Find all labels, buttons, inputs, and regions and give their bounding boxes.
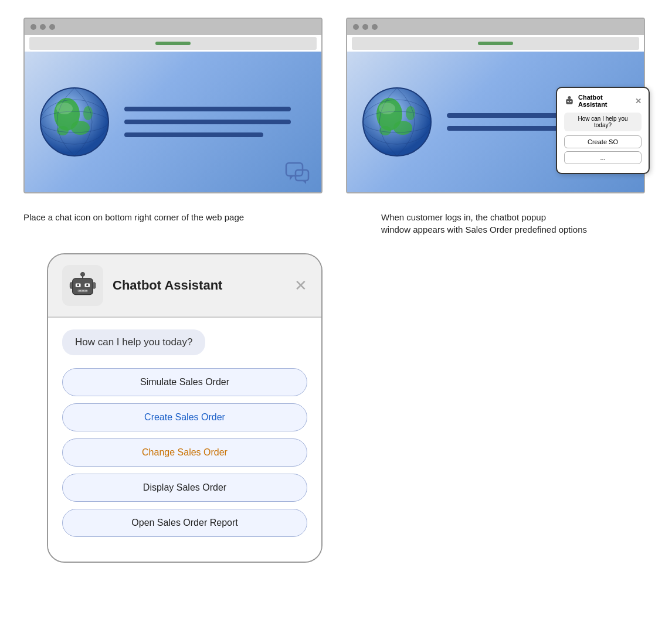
popup-small-more-button[interactable]: ... — [564, 151, 642, 164]
caption-left: Place a chat icon on bottom right corner… — [23, 211, 323, 236]
large-chatbot-section: Chatbot Assistant ✕ How can I help you t… — [0, 247, 672, 580]
content-line — [124, 120, 291, 124]
svg-rect-37 — [70, 283, 72, 288]
browser-content-left — [25, 52, 321, 192]
svg-point-31 — [86, 284, 88, 286]
change-sales-order-button[interactable]: Change Sales Order — [62, 438, 307, 467]
robot-svg-large — [67, 270, 98, 301]
content-lines-left — [124, 107, 310, 137]
svg-rect-21 — [566, 99, 573, 104]
globe-icon-left — [36, 84, 113, 160]
right-browser-mockup: Chatbot Assistant ✕ How can I help you t… — [346, 18, 645, 193]
chatbot-panel-header: Chatbot Assistant ✕ — [48, 254, 321, 318]
svg-rect-38 — [93, 283, 95, 288]
chatbot-greeting-bubble: How can I help you today? — [62, 329, 205, 355]
svg-point-15 — [379, 126, 391, 135]
svg-rect-22 — [567, 101, 569, 102]
addressbar-inner — [155, 42, 191, 45]
left-browser-mockup — [23, 18, 323, 193]
browser-dot — [49, 24, 55, 30]
svg-rect-33 — [79, 290, 81, 291]
chatbot-panel-large: Chatbot Assistant ✕ How can I help you t… — [47, 253, 323, 563]
chat-icon[interactable] — [285, 162, 311, 184]
svg-rect-35 — [85, 290, 87, 291]
svg-rect-24 — [568, 103, 571, 103]
content-line — [124, 107, 291, 111]
create-sales-order-button[interactable]: Create Sales Order — [62, 403, 307, 431]
browser-titlebar-left — [25, 19, 321, 35]
simulate-sales-order-button[interactable]: Simulate Sales Order — [62, 368, 307, 396]
chatbot-popup-small-header: Chatbot Assistant ✕ — [564, 94, 642, 108]
popup-small-title: Chatbot Assistant — [578, 94, 632, 108]
svg-point-30 — [77, 284, 79, 286]
svg-rect-27 — [73, 278, 93, 295]
popup-small-close-button[interactable]: ✕ — [635, 97, 642, 106]
svg-point-7 — [56, 103, 73, 114]
addressbar-inner — [478, 42, 513, 45]
svg-rect-23 — [570, 101, 572, 102]
chatbot-popup-small: Chatbot Assistant ✕ How can I help you t… — [556, 87, 650, 174]
captions-section: Place a chat icon on bottom right corner… — [0, 205, 672, 247]
svg-marker-11 — [303, 181, 306, 184]
caption-right-text: When customer logs in, the chatbot popup… — [381, 212, 587, 234]
popup-small-create-so-button[interactable]: Create SO — [564, 135, 642, 148]
browser-content-right: Chatbot Assistant ✕ How can I help you t… — [347, 52, 644, 192]
chatbot-panel-body: How can I help you today? Simulate Sales… — [48, 318, 321, 562]
browser-dot — [362, 24, 368, 30]
open-sales-order-report-button[interactable]: Open Sales Order Report — [62, 509, 307, 537]
robot-icon-small — [564, 96, 575, 106]
content-line — [124, 132, 263, 137]
globe-icon-right — [359, 84, 435, 160]
robot-icon-large — [62, 265, 103, 306]
chatbot-close-button-large[interactable]: ✕ — [294, 277, 307, 295]
caption-right: When customer logs in, the chatbot popup… — [346, 211, 649, 236]
svg-point-3 — [57, 126, 69, 135]
browser-dot — [353, 24, 359, 30]
browser-dot — [30, 24, 36, 30]
svg-point-20 — [568, 96, 571, 99]
browser-dot — [372, 24, 378, 30]
svg-point-26 — [81, 272, 85, 276]
browser-titlebar-right — [347, 19, 644, 35]
browser-addressbar-right — [352, 37, 639, 50]
display-sales-order-button[interactable]: Display Sales Order — [62, 474, 307, 502]
browser-dot — [40, 24, 46, 30]
svg-point-19 — [379, 103, 395, 114]
top-section: Chatbot Assistant ✕ How can I help you t… — [0, 0, 672, 205]
browser-addressbar-left — [29, 37, 317, 50]
svg-rect-34 — [82, 290, 84, 291]
chatbot-title-large: Chatbot Assistant — [113, 278, 222, 293]
popup-small-greeting: How can I help you today? — [564, 113, 642, 131]
